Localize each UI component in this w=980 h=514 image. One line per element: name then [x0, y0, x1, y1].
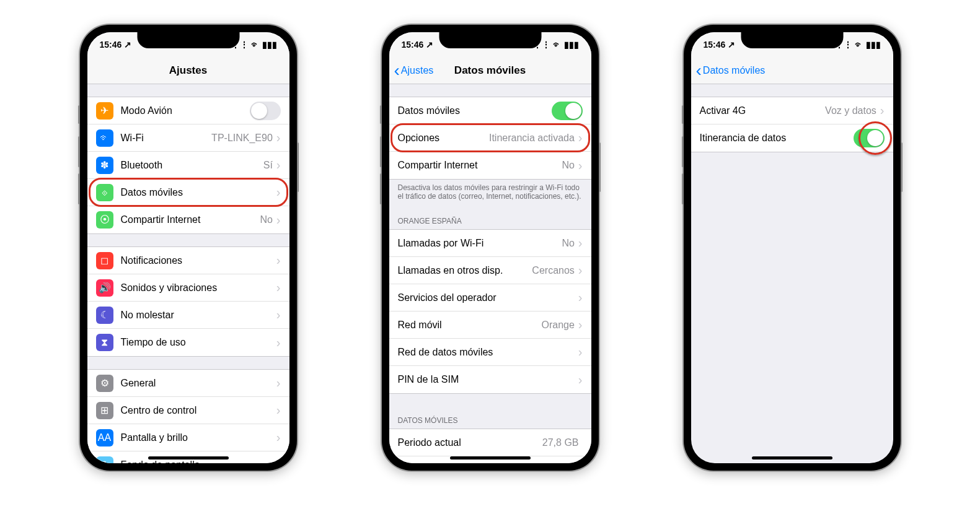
- settings-row[interactable]: ☾No molestar›: [87, 302, 289, 329]
- row-label: Modo Avión: [121, 105, 250, 116]
- back-button[interactable]: Datos móviles: [696, 62, 766, 79]
- chevron-right-icon: ›: [276, 458, 281, 463]
- row-label: PIN de la SIM: [398, 374, 578, 385]
- home-indicator[interactable]: [148, 456, 229, 460]
- settings-row[interactable]: Servicios del operador›: [389, 284, 591, 311]
- settings-group: ✈Modo AviónᯤWi-FiTP-LINK_E90›✽BluetoothS…: [87, 97, 289, 234]
- row-label: Wi-Fi: [121, 133, 212, 144]
- phone-mockup-1: 15:46↗ ⋮⋮ᯤ▮▮▮ Ajustes ✈Modo AviónᯤWi-FiT…: [80, 25, 297, 471]
- settings-row[interactable]: Datos móviles: [389, 97, 591, 124]
- battery-icon: ▮▮▮: [866, 40, 881, 50]
- chevron-right-icon: ›: [578, 263, 583, 277]
- row-icon: 🔊: [96, 279, 113, 297]
- row-label: Datos móviles: [121, 187, 276, 198]
- settings-row[interactable]: ⧗Tiempo de uso›: [87, 329, 289, 356]
- settings-row[interactable]: Compartir InternetNo›: [389, 152, 591, 179]
- settings-row[interactable]: ✈Modo Avión: [87, 97, 289, 124]
- row-label: Sonidos y vibraciones: [121, 282, 276, 294]
- chevron-right-icon: ›: [578, 159, 583, 173]
- row-value: Orange: [541, 320, 574, 331]
- settings-row[interactable]: 🔊Sonidos y vibraciones›: [87, 274, 289, 302]
- chevron-right-icon: ›: [276, 336, 281, 350]
- back-button[interactable]: Ajustes: [394, 62, 434, 79]
- row-icon: ᯤ: [96, 129, 113, 147]
- wifi-icon: ᯤ: [855, 40, 863, 50]
- nav-bar: Ajustes Datos móviles: [389, 57, 591, 84]
- settings-row[interactable]: ⟐Datos móviles›: [87, 179, 289, 206]
- row-label: Red móvil: [398, 320, 542, 331]
- toggle-switch[interactable]: [250, 102, 281, 120]
- row-label: Centro de control: [121, 405, 276, 416]
- nav-bar: Ajustes: [87, 57, 289, 84]
- wifi-icon: ᯤ: [553, 40, 562, 50]
- chevron-right-icon: ›: [880, 103, 885, 118]
- row-icon: ☾: [96, 307, 113, 324]
- page-title: Ajustes: [169, 64, 207, 77]
- location-icon: ↗: [728, 40, 735, 50]
- home-indicator[interactable]: [752, 456, 832, 460]
- settings-group: Activar 4GVoz y datos›Itinerancia de dat…: [691, 97, 893, 152]
- chevron-right-icon: ›: [276, 430, 281, 445]
- toggle-switch[interactable]: [854, 129, 885, 147]
- home-indicator[interactable]: [450, 456, 531, 460]
- chevron-right-icon: ›: [578, 318, 583, 332]
- row-label: No molestar: [121, 310, 276, 321]
- settings-row[interactable]: Itinerancia de datos: [691, 124, 893, 152]
- settings-row[interactable]: AAPantalla y brillo›: [87, 424, 289, 451]
- row-icon: ✈: [96, 102, 113, 120]
- row-value: No: [562, 160, 574, 171]
- row-icon: ✽: [96, 157, 113, 174]
- row-label: Opciones: [398, 133, 489, 144]
- chevron-right-icon: ›: [276, 185, 281, 199]
- settings-row[interactable]: ⊞Centro de control›: [87, 397, 289, 424]
- row-label: Tiempo de uso: [121, 337, 276, 348]
- page-title: Datos móviles: [454, 64, 526, 77]
- chevron-right-icon: ›: [276, 308, 281, 322]
- chevron-right-icon: ›: [578, 131, 583, 145]
- location-icon: ↗: [426, 40, 433, 50]
- section-header: DATOS MÓVILES: [389, 406, 591, 429]
- section-header: ORANGE ESPAÑA: [389, 207, 591, 229]
- settings-row[interactable]: ✽BluetoothSí›: [87, 152, 289, 179]
- row-label: Periodo actual: [398, 437, 542, 448]
- settings-row[interactable]: Activar 4GVoz y datos›: [691, 97, 893, 124]
- settings-row[interactable]: PIN de la SIM›: [389, 366, 591, 393]
- row-label: Datos móviles: [398, 105, 552, 116]
- chevron-right-icon: ›: [578, 373, 583, 387]
- settings-group: ◻Notificaciones›🔊Sonidos y vibraciones›☾…: [87, 246, 289, 357]
- row-label: Compartir Internet: [398, 160, 562, 171]
- toggle-switch[interactable]: [552, 102, 583, 120]
- settings-row[interactable]: Llamadas por Wi-FiNo›: [389, 230, 591, 257]
- row-value: No: [260, 214, 272, 225]
- battery-icon: ▮▮▮: [262, 40, 277, 50]
- settings-row[interactable]: Red móvilOrange›: [389, 311, 591, 339]
- row-icon: ⚙: [96, 375, 113, 392]
- row-icon: ⧗: [96, 334, 113, 351]
- row-value: Itinerancia activada: [489, 133, 575, 144]
- settings-row[interactable]: OpcionesItinerancia activada›: [389, 124, 591, 152]
- settings-row[interactable]: ⚙General›: [87, 370, 289, 397]
- row-label: General: [121, 378, 276, 389]
- row-icon: ⟐: [96, 184, 113, 201]
- chevron-right-icon: ›: [276, 403, 281, 417]
- settings-row[interactable]: Red de datos móviles›: [389, 339, 591, 366]
- row-label: Red de datos móviles: [398, 347, 578, 358]
- row-value: Cercanos: [532, 265, 574, 276]
- row-value: Voz y datos: [825, 105, 876, 116]
- row-label: Llamadas por Wi-Fi: [398, 238, 562, 249]
- row-icon: ⊞: [96, 402, 113, 419]
- row-icon: ❀: [96, 456, 113, 464]
- settings-row[interactable]: Llamadas en otros disp.Cercanos›: [389, 257, 591, 284]
- settings-row[interactable]: ⦿Compartir InternetNo›: [87, 206, 289, 233]
- chevron-right-icon: ›: [276, 281, 281, 295]
- phone-mockup-2: 15:46↗ ⋮⋮ᯤ▮▮▮ Ajustes Datos móviles Dato…: [382, 25, 599, 471]
- chevron-right-icon: ›: [578, 345, 583, 359]
- section-description: Desactiva los datos móviles para restrin…: [389, 180, 591, 207]
- row-label: Itinerancia de datos: [700, 133, 854, 144]
- settings-row[interactable]: ᯤWi-FiTP-LINK_E90›: [87, 124, 289, 152]
- chevron-right-icon: ›: [276, 213, 281, 227]
- settings-group: Llamadas por Wi-FiNo›Llamadas en otros d…: [389, 229, 591, 394]
- row-label: Llamadas en otros disp.: [398, 265, 532, 276]
- settings-row[interactable]: ◻Notificaciones›: [87, 247, 289, 274]
- nav-bar: Datos móviles: [691, 57, 893, 84]
